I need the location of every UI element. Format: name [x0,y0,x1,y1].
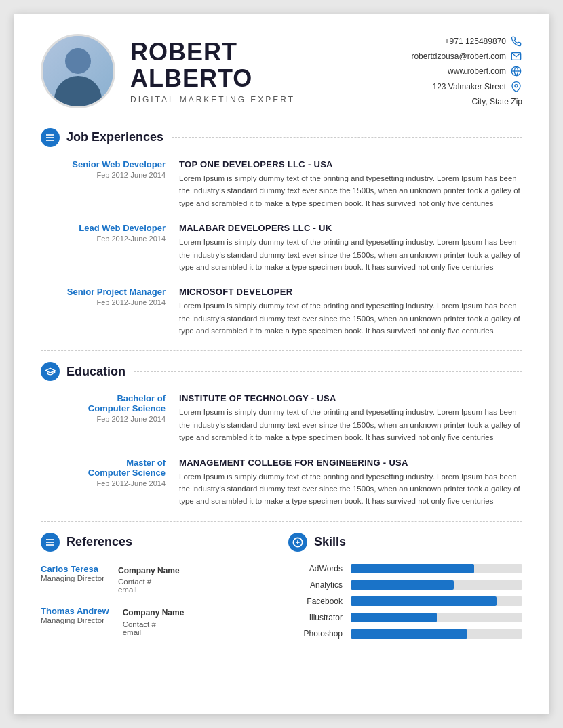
reference-name-2: Thomas Andrew [41,606,109,616]
reference-item-2: Thomas Andrew Managing Director Company … [41,606,275,636]
experience-section-header: Job Experiences [41,128,522,147]
references-section-header: References [41,533,275,552]
education-date-2: Feb 2012-June 2014 [43,479,166,487]
skill-bar-fill-analytics [351,580,454,590]
email-icon [510,50,522,62]
reference-left-1: Carlos Teresa Managing Director [41,564,104,594]
skill-photoshop: Photoshop [288,629,522,639]
skill-bar-fill-facebook [351,596,497,606]
skills-icon [288,533,307,552]
education-right-2: MANAGEMENT COLLEGE FOR ENGINEERING - USA… [179,458,522,508]
experience-right-3: MICROSOFT DEVELOPER Lorem Ipsum is simpl… [179,287,522,337]
section-divider-line-1 [41,350,522,351]
skill-label-photoshop: Photoshop [288,629,343,639]
education-item-2: Master of Computer Science Feb 2012-June… [43,458,522,508]
skill-label-analytics: Analytics [288,580,343,590]
experience-divider [172,137,522,138]
experience-company-1: TOP ONE DEVELOPERS LLC - USA [179,159,522,169]
reference-contact-1: Contact # [118,578,180,586]
education-divider [134,371,522,372]
job-title: DIGITAL MARKETING EXPERT [130,95,411,104]
skills-column: Skills AdWords Analytics Facebo [282,533,522,649]
experience-left-2: Lead Web Developer Feb 2012-June 2014 [43,223,166,273]
email-row: robertdzousa@robert.com [411,49,522,64]
experience-role-1: Senior Web Developer [43,159,166,169]
skill-illustrator: Illustrator [288,613,522,622]
reference-email-2: email [123,628,185,636]
reference-name-1: Carlos Teresa [41,564,104,574]
experience-item-1: Senior Web Developer Feb 2012-June 2014 … [43,159,522,209]
first-name: ROBERT [130,38,237,66]
experience-right-2: MALABAR DEVELOPERS LLC - UK Lorem Ipsum … [179,223,522,273]
address-row2: City, State Zip [411,94,522,109]
avatar [41,34,115,108]
web-icon [510,65,522,77]
education-role-2: Master of Computer Science [43,458,166,478]
education-left-2: Master of Computer Science Feb 2012-June… [43,458,166,508]
experience-title: Job Experiences [66,130,163,144]
reference-title-1: Managing Director [41,574,104,582]
skill-label-illustrator: Illustrator [288,613,343,622]
reference-company-1: Company Name [118,564,180,578]
reference-email-1: email [118,586,180,594]
reference-contact-2: Contact # [123,620,185,628]
skill-bar-bg-adwords [351,564,522,573]
experience-desc-2: Lorem Ipsum is simply dummy text of the … [179,236,522,273]
reference-title-2: Managing Director [41,616,109,624]
education-list: Bachelor of Computer Science Feb 2012-Ju… [41,393,522,507]
skill-bar-fill-photoshop [351,629,467,639]
skill-bar-bg-facebook [351,596,522,606]
phone-row: +971 125489870 [411,34,522,49]
education-desc-1: Lorem Ipsum is simply dummy text of the … [179,406,522,443]
skill-adwords: AdWords [288,564,522,573]
experience-icon [41,128,60,147]
experience-list: Senior Web Developer Feb 2012-June 2014 … [41,159,522,338]
phone-number: +971 125489870 [445,34,506,49]
references-icon [41,533,60,552]
resume-container: ROBERT ALBERTO DIGITAL MARKETING EXPERT … [14,14,549,714]
experience-date-1: Feb 2012-June 2014 [43,171,166,179]
skill-label-facebook: Facebook [288,596,343,606]
website-url: www.robert.com [448,64,506,79]
reference-company-2: Company Name [123,606,185,620]
experience-company-3: MICROSOFT DEVELOPER [179,287,522,297]
skill-bar-fill-adwords [351,564,474,573]
experience-item-3: Senior Project Manager Feb 2012-June 201… [43,287,522,337]
education-date-1: Feb 2012-June 2014 [43,415,166,423]
address-line1: 123 Valmaker Street [433,79,507,94]
phone-icon [510,35,522,47]
reference-inner-2: Thomas Andrew Managing Director Company … [41,606,275,636]
experience-role-3: Senior Project Manager [43,287,166,297]
skill-bar-fill-illustrator [351,613,437,622]
experience-desc-3: Lorem Ipsum is simply dummy text of the … [179,300,522,337]
skills-title: Skills [314,535,346,549]
experience-date-2: Feb 2012-June 2014 [43,235,166,243]
skill-analytics: Analytics [288,580,522,590]
education-desc-2: Lorem Ipsum is simply dummy text of the … [179,470,522,508]
education-section-header: Education [41,362,522,381]
avatar-image [43,36,113,106]
website-row: www.robert.com [411,64,522,79]
address-row1: 123 Valmaker Street [411,79,522,94]
email-address: robertdzousa@robert.com [411,49,506,64]
references-title: References [66,535,132,549]
education-role-1: Bachelor of Computer Science [43,393,166,413]
references-column: References Carlos Teresa Managing Direct… [41,533,282,649]
experience-date-3: Feb 2012-June 2014 [43,298,166,306]
header-section: ROBERT ALBERTO DIGITAL MARKETING EXPERT … [41,34,522,109]
education-title: Education [66,365,125,379]
skills-list: AdWords Analytics Facebook [288,564,522,639]
reference-right-2: Company Name Contact # email [123,606,185,636]
skills-section-header: Skills [288,533,522,552]
contact-block: +971 125489870 robertdzousa@robert.com [411,34,522,109]
experience-right-1: TOP ONE DEVELOPERS LLC - USA Lorem Ipsum… [179,159,522,209]
last-name: ALBERTO [130,64,252,92]
skill-bar-bg-photoshop [351,629,522,639]
location-icon [510,81,522,93]
reference-item-1: Carlos Teresa Managing Director Company … [41,564,275,594]
skill-facebook: Facebook [288,596,522,606]
experience-desc-1: Lorem Ipsum is simply dummy text of the … [179,172,522,209]
reference-right-1: Company Name Contact # email [118,564,180,594]
education-icon [41,362,60,381]
education-company-1: INSTITUTE OF TECHNOLOGY - USA [179,393,522,403]
